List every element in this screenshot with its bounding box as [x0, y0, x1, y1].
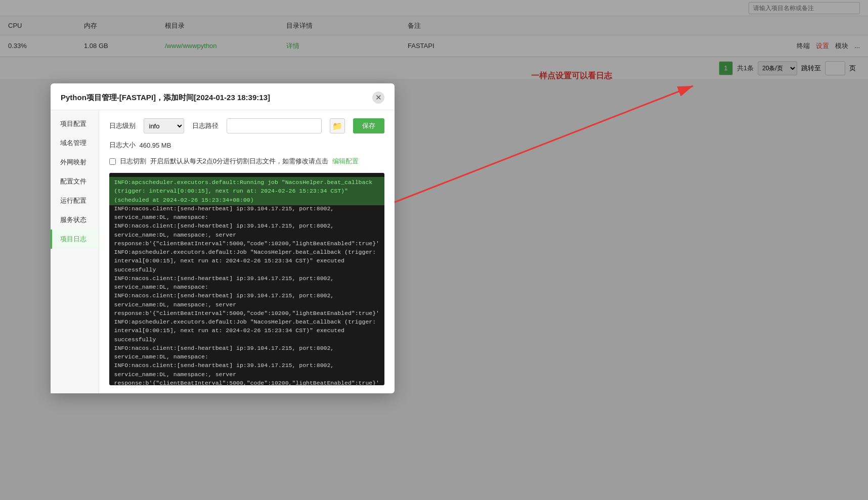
- modal-body: 项目配置 域名管理 外网映射 配置文件 运行配置 服务状态 项目日志 日志级别 …: [51, 110, 395, 393]
- log-cut-desc: 开启后默认从每天2点0分进行切割日志文件，如需修改请点击: [150, 157, 328, 166]
- sidebar-item-service-status[interactable]: 服务状态: [51, 210, 99, 230]
- log-config-row: 日志级别 debug info warning error critical 日…: [109, 118, 385, 133]
- modal-title: Python项目管理-[FASTAPI]，添加时间[2024-01-23 18:…: [61, 93, 270, 103]
- log-path-input[interactable]: /www/wwwlogs/python/FASTAPI: [227, 118, 322, 133]
- log-level-label: 日志级别: [109, 121, 136, 130]
- log-line-2: INFO:nacos.client:[send-heartbeat] ip:39…: [114, 221, 380, 248]
- sidebar-item-config-file[interactable]: 配置文件: [51, 172, 99, 191]
- log-line-8: INFO:nacos.client:[send-heartbeat] ip:39…: [114, 361, 380, 385]
- modal-content-area: 日志级别 debug info warning error critical 日…: [99, 110, 395, 393]
- log-path-label: 日志路径: [192, 121, 219, 130]
- modal-close-button[interactable]: ✕: [372, 92, 384, 104]
- log-level-select[interactable]: debug info warning error critical: [144, 118, 184, 133]
- log-size-value: 460.95 MB: [140, 142, 171, 149]
- log-cut-link[interactable]: 编辑配置: [332, 157, 359, 166]
- modal-sidebar: 项目配置 域名管理 外网映射 配置文件 运行配置 服务状态 项目日志: [51, 110, 99, 393]
- log-line-3: INFO:apscheduler.executors.default:Job "…: [114, 248, 380, 274]
- save-button[interactable]: 保存: [353, 118, 384, 133]
- log-line-6: INFO:apscheduler.executors.default:Job "…: [114, 317, 380, 344]
- log-cut-checkbox[interactable]: [109, 158, 116, 165]
- modal-header: Python项目管理-[FASTAPI]，添加时间[2024-01-23 18:…: [51, 83, 395, 110]
- log-cut-label: 日志切割: [120, 157, 146, 166]
- log-size-label: 日志大小: [109, 141, 136, 150]
- sidebar-item-project-log[interactable]: 项目日志: [51, 230, 99, 249]
- log-line-highlight: INFO:apcscheduler.executors.default:Runn…: [109, 177, 385, 205]
- log-line-7: INFO:nacos.client:[send-heartbeat] ip:39…: [114, 344, 380, 361]
- log-cut-row: 日志切割 开启后默认从每天2点0分进行切割日志文件，如需修改请点击 编辑配置: [109, 157, 385, 166]
- modal-dialog: Python项目管理-[FASTAPI]，添加时间[2024-01-23 18:…: [51, 83, 395, 393]
- sidebar-item-run-config[interactable]: 运行配置: [51, 191, 99, 210]
- log-line-1: INFO:nacos.client:[send-heartbeat] ip:39…: [114, 204, 380, 222]
- log-terminal[interactable]: INFO:apcscheduler.executors.default:Runn…: [109, 173, 385, 385]
- log-line-5: INFO:nacos.client:[send-heartbeat] ip:39…: [114, 291, 380, 317]
- sidebar-item-domain[interactable]: 域名管理: [51, 133, 99, 153]
- sidebar-item-project-config[interactable]: 项目配置: [51, 114, 99, 133]
- log-line-4: INFO:nacos.client:[send-heartbeat] ip:39…: [114, 274, 380, 292]
- modal-overlay: Python项目管理-[FASTAPI]，添加时间[2024-01-23 18:…: [0, 0, 868, 500]
- sidebar-item-external-map[interactable]: 外网映射: [51, 153, 99, 172]
- folder-button[interactable]: 📁: [330, 118, 345, 133]
- log-size-row: 日志大小 460.95 MB: [109, 141, 385, 150]
